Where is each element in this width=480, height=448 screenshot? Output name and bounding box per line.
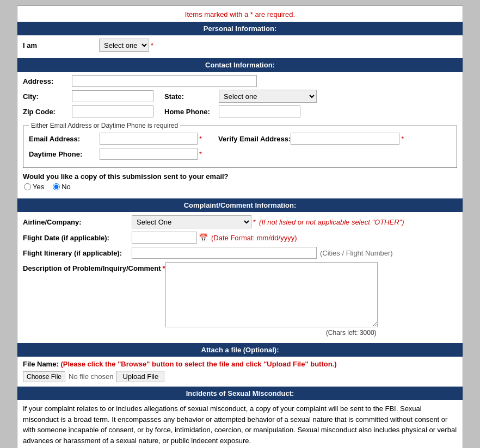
daytime-phone-label: Daytime Phone: <box>29 150 100 158</box>
city-label: City: <box>23 92 72 101</box>
description-textarea[interactable] <box>165 262 378 327</box>
yes-radio-label[interactable]: Yes <box>24 183 44 191</box>
form-container: Items marked with a * are required. Pers… <box>17 5 463 448</box>
chars-left: (Chars left: 3000) <box>165 329 378 337</box>
date-format-note: (Date Format: mm/dd/yyyy) <box>211 234 297 242</box>
yes-label: Yes <box>33 183 44 191</box>
airline-note: (If not listed or not applicable select … <box>259 218 404 226</box>
flight-itinerary-label: Flight Itinerary (if applicable): <box>23 249 132 257</box>
cities-note: (Cities / Flight Number) <box>320 249 393 257</box>
fieldset-legend: Either Email Address or Daytime Phone is… <box>29 122 180 129</box>
contact-info-header: Contact Information: <box>17 58 463 72</box>
daytime-phone-input[interactable] <box>100 148 198 160</box>
flight-itinerary-input[interactable] <box>132 247 317 259</box>
i-am-label: I am <box>23 41 99 49</box>
address-row: Address: <box>23 75 457 87</box>
file-row: Choose File No file chosen Upload File <box>23 371 457 382</box>
i-am-required-star: * <box>151 41 153 49</box>
copy-radio-group: Yes No <box>24 183 457 191</box>
daytime-phone-required-star: * <box>199 150 202 158</box>
description-wrapper: (Chars left: 3000) <box>165 262 378 337</box>
copy-question: Would you like a copy of this submission… <box>23 172 457 181</box>
zip-phone-row: Zip Code: Home Phone: <box>23 105 457 117</box>
airline-select[interactable]: Select One OTHER <box>132 215 251 228</box>
flight-date-row: Flight Date (if applicable): 📅 (Date For… <box>23 232 457 244</box>
flight-itinerary-row: Flight Itinerary (if applicable): (Citie… <box>23 247 457 259</box>
incidents-section: If your complaint relates to or includes… <box>17 400 463 448</box>
zip-input[interactable] <box>72 105 153 117</box>
airline-label: Airline/Company: <box>23 218 132 226</box>
personal-info-header: Personal Information: <box>17 22 463 35</box>
calendar-icon[interactable]: 📅 <box>199 233 208 242</box>
email-phone-fieldset: Either Email Address or Daytime Phone is… <box>23 122 457 168</box>
flight-date-input[interactable] <box>132 232 197 244</box>
city-state-row: City: State: Select one ALAKAZAR CACOCTD… <box>23 90 457 103</box>
choose-file-button[interactable]: Choose File <box>23 371 65 382</box>
attach-section: File Name: (Please click the "Browse" bu… <box>17 357 463 387</box>
no-radio[interactable] <box>53 183 60 190</box>
address-input[interactable] <box>72 75 257 87</box>
description-label: Description of Problem/Inquiry/Comment* <box>23 262 165 272</box>
i-am-row: I am Select one * <box>23 39 457 52</box>
verify-email-label: Verify Email Address: <box>218 135 291 143</box>
flight-date-label: Flight Date (if applicable): <box>23 234 132 242</box>
verify-email-input[interactable] <box>291 133 399 145</box>
address-label: Address: <box>23 77 72 85</box>
email-row: Email Address: * Verify Email Address: * <box>29 133 451 145</box>
daytime-phone-row: Daytime Phone: * <box>29 148 451 160</box>
yes-radio[interactable] <box>24 183 31 190</box>
city-input[interactable] <box>72 90 153 102</box>
no-radio-label[interactable]: No <box>53 183 71 191</box>
no-label: No <box>61 183 71 191</box>
home-phone-input[interactable] <box>219 105 300 117</box>
description-row: Description of Problem/Inquiry/Comment* … <box>23 262 457 337</box>
attach-header: Attach a file (Optional): <box>17 343 463 357</box>
state-label: State: <box>164 92 219 101</box>
zip-label: Zip Code: <box>23 108 72 116</box>
airline-required-star: * <box>253 218 256 226</box>
contact-info-section: Address: City: State: Select one ALAKAZA… <box>17 72 463 198</box>
attach-note: (Please click the "Browse" button to sel… <box>60 360 336 368</box>
home-phone-label: Home Phone: <box>164 108 219 116</box>
email-address-label: Email Address: <box>29 135 100 143</box>
no-file-text: No file chosen <box>69 372 113 381</box>
copy-row: Would you like a copy of this submission… <box>23 172 457 191</box>
personal-info-section: I am Select one * <box>17 35 463 58</box>
state-select[interactable]: Select one ALAKAZAR CACOCTDE FLGAHIID IL… <box>219 90 317 103</box>
verify-email-required-star: * <box>401 135 404 143</box>
i-am-select[interactable]: Select one <box>99 39 149 52</box>
upload-file-button[interactable]: Upload File <box>116 371 164 382</box>
complaint-section: Airline/Company: Select One OTHER * (If … <box>17 212 463 343</box>
email-required-star: * <box>199 135 202 143</box>
complaint-header: Complaint/Comment Information: <box>17 198 463 212</box>
email-input[interactable] <box>100 133 198 145</box>
file-name-label: File Name: (Please click the "Browse" bu… <box>23 360 457 368</box>
incidents-header: Incidents of Sexual Misconduct: <box>17 387 463 400</box>
incidents-text: If your complaint relates to or includes… <box>23 403 457 446</box>
required-note: Items marked with a * are required. <box>17 6 463 22</box>
airline-row: Airline/Company: Select One OTHER * (If … <box>23 215 457 228</box>
